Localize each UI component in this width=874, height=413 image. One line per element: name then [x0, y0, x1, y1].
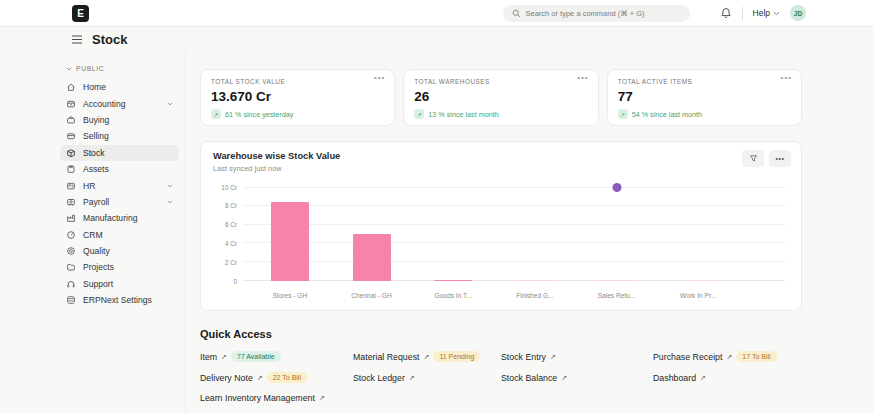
chart-title: Warehouse wise Stock Value [213, 151, 789, 161]
search-input[interactable]: Search or type a command (⌘ + G) [503, 5, 690, 22]
qa-badge[interactable]: 77 Available [231, 351, 281, 362]
y-tick: 8 Cr [213, 202, 237, 209]
stat-label: TOTAL ACTIVE ITEMS [618, 78, 791, 85]
qa-item-material-request[interactable]: Material Request ↗ 11 Pending [353, 351, 501, 362]
qa-label: Item [200, 352, 217, 362]
external-link-icon: ↗ [561, 374, 567, 382]
sidebar-item-accounting[interactable]: Accounting [60, 95, 179, 111]
sidebar-section-public[interactable]: PUBLIC [66, 65, 185, 72]
chart-card: Warehouse wise Stock Value Last synced j… [200, 141, 802, 311]
sidebar-item-stock[interactable]: Stock [60, 145, 179, 161]
qa-badge[interactable]: 17 To Bill [736, 351, 776, 362]
chevron-down-icon[interactable] [167, 102, 173, 106]
sidebar-item-support[interactable]: Support [60, 276, 179, 292]
chart-subtitle: Last synced just now [213, 164, 789, 173]
sidebar-item-erpnext-settings[interactable]: ERPNext Settings [60, 292, 179, 308]
notifications-button[interactable] [720, 7, 732, 19]
sidebar-item-label: Manufacturing [83, 213, 137, 223]
sidebar-item-buying[interactable]: Buying [60, 112, 179, 128]
sidebar-item-label: Support [83, 279, 113, 289]
quick-access-section: Quick Access Item ↗ 77 Available Materia… [200, 328, 802, 403]
trend-up-icon: ↗ [618, 109, 628, 119]
bar-finished-goods[interactable] [516, 280, 554, 282]
settings-icon [66, 295, 76, 305]
sidebar-item-label: Accounting [83, 99, 126, 109]
hr-icon [66, 181, 76, 191]
quality-icon [66, 246, 76, 256]
y-tick: 10 Cr [213, 184, 237, 191]
y-tick: 2 Cr [213, 259, 237, 266]
sidebar-item-label: Selling [83, 131, 109, 141]
bar-sales-return[interactable] [598, 280, 636, 282]
x-tick: Goods In T... [412, 292, 494, 299]
sidebar-item-quality[interactable]: Quality [60, 243, 179, 259]
bell-icon [720, 7, 732, 19]
qa-label: Learn Inventory Management [200, 393, 315, 403]
qa-item-stock-ledger[interactable]: Stock Ledger ↗ [353, 372, 501, 383]
external-link-icon: ↗ [550, 353, 556, 361]
chart-dot[interactable] [612, 183, 621, 192]
selling-icon [66, 131, 76, 141]
stat-change-text: 13 % since last month [428, 110, 498, 119]
avatar[interactable]: JD [790, 5, 806, 21]
help-menu[interactable]: Help [753, 8, 780, 18]
stat-cards-row: TOTAL STOCK VALUE ••• 13.670 Cr ↗ 61 % s… [200, 69, 802, 126]
sidebar-item-manufacturing[interactable]: Manufacturing [60, 210, 179, 226]
funnel-icon [749, 154, 758, 163]
qa-item-purchase-receipt[interactable]: Purchase Receipt ↗ 17 To Bill [653, 351, 802, 362]
more-options-icon[interactable]: ••• [577, 73, 588, 82]
sidebar-item-payroll[interactable]: Payroll [60, 194, 179, 210]
y-tick: 4 Cr [213, 240, 237, 247]
x-axis-labels: Stores - GH Chennai - GH Goods In T... F… [249, 292, 739, 299]
stat-change: ↗ 54 % since last month [618, 109, 791, 119]
app-window: E Search or type a command (⌘ + G) Help … [0, 0, 874, 413]
bar-chennai-gh[interactable] [353, 234, 391, 281]
external-link-icon: ↗ [221, 353, 227, 361]
chevron-down-icon[interactable] [167, 200, 173, 204]
qa-item-stock-balance[interactable]: Stock Balance ↗ [501, 372, 653, 383]
sidebar-item-home[interactable]: Home [60, 79, 179, 95]
qa-label: Dashboard [653, 373, 696, 383]
qa-label: Stock Entry [501, 352, 546, 362]
x-tick: Stores - GH [249, 292, 331, 299]
more-options-icon[interactable]: ••• [374, 73, 385, 82]
qa-item-delivery-note[interactable]: Delivery Note ↗ 22 To Bill [200, 372, 353, 383]
erpnext-logo-icon[interactable]: E [72, 5, 89, 22]
page-header: Stock [0, 27, 874, 52]
qa-badge[interactable]: 11 Pending [433, 351, 480, 362]
sidebar-item-crm[interactable]: CRM [60, 227, 179, 243]
search-icon [512, 9, 521, 18]
stat-value: 13.670 Cr [211, 89, 384, 104]
stat-value: 26 [414, 89, 587, 104]
qa-item-dashboard[interactable]: Dashboard ↗ [653, 372, 802, 383]
sidebar-item-label: Quality [83, 246, 110, 256]
sidebar-item-assets[interactable]: Assets [60, 161, 179, 177]
sidebar: PUBLIC Home Accounting Buying Selling [0, 52, 186, 413]
quick-access-title: Quick Access [200, 328, 802, 340]
hamburger-menu-icon[interactable] [71, 35, 83, 44]
sidebar-item-label: Stock [83, 148, 105, 158]
qa-badge[interactable]: 22 To Bill [267, 372, 307, 383]
filter-button[interactable] [742, 150, 764, 167]
qa-item-item[interactable]: Item ↗ 77 Available [200, 351, 353, 362]
qa-item-learn-inventory-management[interactable]: Learn Inventory Management ↗ [200, 393, 802, 403]
ellipsis-icon: ••• [776, 155, 785, 162]
x-tick: Chennai - GH [331, 292, 413, 299]
bar-work-in-progress[interactable] [679, 280, 717, 281]
quick-access-grid: Item ↗ 77 Available Material Request ↗ 1… [200, 351, 802, 403]
qa-label: Stock Balance [501, 373, 557, 383]
qa-label: Stock Ledger [353, 373, 405, 383]
more-options-icon[interactable]: ••• [781, 73, 792, 82]
trend-up-icon: ↗ [211, 109, 221, 119]
main-content: TOTAL STOCK VALUE ••• 13.670 Cr ↗ 61 % s… [186, 52, 874, 413]
chart-more-button[interactable]: ••• [769, 150, 791, 167]
page-title: Stock [92, 32, 127, 47]
chevron-down-icon[interactable] [167, 184, 173, 188]
accounting-icon [66, 99, 76, 109]
sidebar-item-projects[interactable]: Projects [60, 259, 179, 275]
sidebar-item-hr[interactable]: HR [60, 177, 179, 193]
sidebar-item-selling[interactable]: Selling [60, 128, 179, 144]
bar-stores-gh[interactable] [271, 202, 309, 281]
bar-goods-in-transit[interactable] [434, 280, 472, 282]
qa-item-stock-entry[interactable]: Stock Entry ↗ [501, 351, 653, 362]
